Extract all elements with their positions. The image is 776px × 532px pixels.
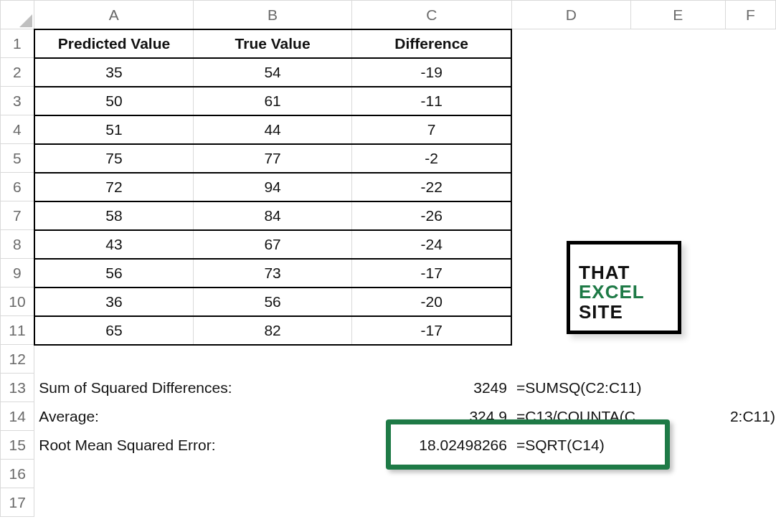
cell-A1[interactable]: Predicted Value <box>34 29 194 58</box>
cell-E5[interactable] <box>630 144 725 173</box>
cell-C10[interactable]: -20 <box>351 288 511 316</box>
row-header-1[interactable]: 1 <box>1 29 34 58</box>
cell-A12[interactable] <box>34 345 194 374</box>
cell-C13[interactable]: 3249 <box>351 374 511 402</box>
cell-F8[interactable] <box>725 230 775 259</box>
cell-D3[interactable] <box>511 87 630 115</box>
cell-A10[interactable]: 36 <box>34 288 194 316</box>
cell-A17[interactable] <box>34 488 194 517</box>
cell-C6[interactable]: -22 <box>351 173 511 201</box>
cell-E12[interactable] <box>630 345 725 374</box>
cell-A14[interactable]: Average: <box>34 402 352 431</box>
cell-B10[interactable]: 56 <box>194 288 352 316</box>
col-header-C[interactable]: C <box>351 1 511 29</box>
cell-E1[interactable] <box>630 29 725 58</box>
cell-C15[interactable]: 18.02498266 <box>351 431 511 460</box>
row-header-8[interactable]: 8 <box>1 230 34 259</box>
cell-D5[interactable] <box>511 144 630 173</box>
row-header-10[interactable]: 10 <box>1 288 34 316</box>
col-header-E[interactable]: E <box>630 1 725 29</box>
cell-D2[interactable] <box>511 58 630 87</box>
cell-F1[interactable] <box>725 29 775 58</box>
cell-A8[interactable]: 43 <box>34 230 194 259</box>
cell-E16[interactable] <box>630 460 725 488</box>
cell-B6[interactable]: 94 <box>194 173 352 201</box>
cell-B9[interactable]: 73 <box>194 259 352 288</box>
row-header-3[interactable]: 3 <box>1 87 34 115</box>
select-all-corner[interactable] <box>1 1 34 29</box>
cell-F10[interactable] <box>725 288 775 316</box>
cell-B5[interactable]: 77 <box>194 144 352 173</box>
cell-B2[interactable]: 54 <box>194 58 352 87</box>
cell-C9[interactable]: -17 <box>351 259 511 288</box>
cell-C11[interactable]: -17 <box>351 316 511 345</box>
cell-E2[interactable] <box>630 58 725 87</box>
cell-A9[interactable]: 56 <box>34 259 194 288</box>
cell-F4[interactable] <box>725 115 775 144</box>
cell-F6[interactable] <box>725 173 775 201</box>
row-header-2[interactable]: 2 <box>1 58 34 87</box>
cell-F12[interactable] <box>725 345 775 374</box>
col-header-F[interactable]: F <box>725 1 775 29</box>
cell-A4[interactable]: 51 <box>34 115 194 144</box>
cell-D4[interactable] <box>511 115 630 144</box>
cell-B8[interactable]: 67 <box>194 230 352 259</box>
cell-D12[interactable] <box>511 345 630 374</box>
cell-A7[interactable]: 58 <box>34 201 194 230</box>
cell-D15[interactable]: =SQRT(C14) <box>511 431 775 460</box>
cell-F16[interactable] <box>725 460 775 488</box>
cell-F5[interactable] <box>725 144 775 173</box>
cell-E4[interactable] <box>630 115 725 144</box>
cell-A5[interactable]: 75 <box>34 144 194 173</box>
cell-D14[interactable]: =C13/COUNTA(C <box>511 402 725 431</box>
row-header-6[interactable]: 6 <box>1 173 34 201</box>
cell-F2[interactable] <box>725 58 775 87</box>
row-header-17[interactable]: 17 <box>1 488 34 517</box>
cell-A6[interactable]: 72 <box>34 173 194 201</box>
cell-C3[interactable]: -11 <box>351 87 511 115</box>
row-header-14[interactable]: 14 <box>1 402 34 431</box>
cell-D1[interactable] <box>511 29 630 58</box>
row-header-11[interactable]: 11 <box>1 316 34 345</box>
cell-A13[interactable]: Sum of Squared Differences: <box>34 374 352 402</box>
cell-E6[interactable] <box>630 173 725 201</box>
cell-F3[interactable] <box>725 87 775 115</box>
cell-F9[interactable] <box>725 259 775 288</box>
cell-E17[interactable] <box>630 488 725 517</box>
cell-B16[interactable] <box>194 460 352 488</box>
row-header-5[interactable]: 5 <box>1 144 34 173</box>
cell-D6[interactable] <box>511 173 630 201</box>
cell-B17[interactable] <box>194 488 352 517</box>
row-header-16[interactable]: 16 <box>1 460 34 488</box>
cell-B1[interactable]: True Value <box>194 29 352 58</box>
row-header-15[interactable]: 15 <box>1 431 34 460</box>
cell-B4[interactable]: 44 <box>194 115 352 144</box>
cell-A15[interactable]: Root Mean Squared Error: <box>34 431 352 460</box>
cell-C7[interactable]: -26 <box>351 201 511 230</box>
cell-F14[interactable]: 2:C11) <box>725 402 775 431</box>
cell-A3[interactable]: 50 <box>34 87 194 115</box>
col-header-A[interactable]: A <box>34 1 194 29</box>
cell-C2[interactable]: -19 <box>351 58 511 87</box>
cell-F17[interactable] <box>725 488 775 517</box>
cell-B11[interactable]: 82 <box>194 316 352 345</box>
row-header-4[interactable]: 4 <box>1 115 34 144</box>
row-header-7[interactable]: 7 <box>1 201 34 230</box>
cell-F11[interactable] <box>725 316 775 345</box>
cell-C14[interactable]: 324.9 <box>351 402 511 431</box>
cell-A11[interactable]: 65 <box>34 316 194 345</box>
cell-A16[interactable] <box>34 460 194 488</box>
cell-C8[interactable]: -24 <box>351 230 511 259</box>
cell-D13[interactable]: =SUMSQ(C2:C11) <box>511 374 775 402</box>
cell-E3[interactable] <box>630 87 725 115</box>
col-header-B[interactable]: B <box>194 1 352 29</box>
cell-A2[interactable]: 35 <box>34 58 194 87</box>
cell-C12[interactable] <box>351 345 511 374</box>
cell-E7[interactable] <box>630 201 725 230</box>
cell-D7[interactable] <box>511 201 630 230</box>
cell-C4[interactable]: 7 <box>351 115 511 144</box>
cell-C17[interactable] <box>351 488 511 517</box>
cell-B7[interactable]: 84 <box>194 201 352 230</box>
cell-C16[interactable] <box>351 460 511 488</box>
cell-B3[interactable]: 61 <box>194 87 352 115</box>
